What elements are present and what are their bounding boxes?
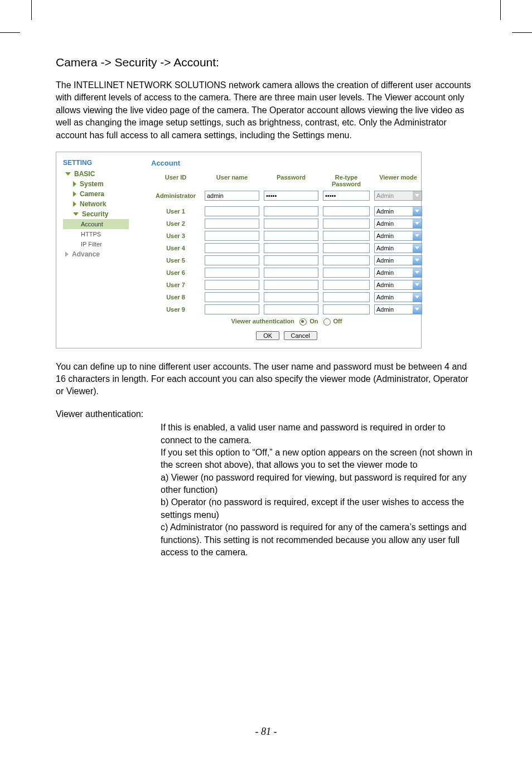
row-userid: User 9 <box>151 306 200 313</box>
sidebar-item-label: Security <box>82 210 108 218</box>
row-userid: User 8 <box>151 294 200 300</box>
row-userid: Administrator <box>151 192 200 199</box>
retype-input[interactable] <box>323 292 370 302</box>
retype-input[interactable] <box>323 191 370 201</box>
viewer-mode-select[interactable]: Admin <box>374 280 422 290</box>
retype-input[interactable] <box>323 206 370 216</box>
cancel-button[interactable]: Cancel <box>284 331 317 340</box>
cropmark <box>500 0 501 20</box>
sidebar-item-advance[interactable]: Advance <box>63 249 141 259</box>
sidebar-item-system[interactable]: System <box>63 179 141 189</box>
sidebar-item-network[interactable]: Network <box>63 199 141 209</box>
row-userid: User 7 <box>151 282 200 288</box>
table-header: User ID User name Password Re-type Passw… <box>151 174 422 187</box>
username-input[interactable] <box>205 191 259 201</box>
username-input[interactable] <box>205 206 259 216</box>
sidebar-item-label: Advance <box>72 250 100 258</box>
sidebar-item-camera[interactable]: Camera <box>63 189 141 199</box>
select-value: Admin <box>376 306 394 313</box>
username-input[interactable] <box>205 268 259 278</box>
table-row: User 7Admin <box>151 280 422 290</box>
intro-paragraph: The INTELLINET NETWORK SOLUTIONS network… <box>56 79 476 142</box>
retype-input[interactable] <box>323 268 370 278</box>
username-input[interactable] <box>205 243 259 253</box>
chevron-right-icon <box>73 181 76 187</box>
viewer-mode-select[interactable]: Admin <box>374 243 422 253</box>
chevron-down-icon <box>413 305 422 314</box>
col-viewermode: Viewer mode <box>374 174 422 187</box>
chevron-right-icon <box>73 191 76 197</box>
viewer-auth-desc: If you set this option to “Off,” a new o… <box>161 447 476 472</box>
sidebar-item-basic[interactable]: BASIC <box>63 169 141 179</box>
password-input[interactable] <box>264 280 318 290</box>
cropmark <box>0 32 20 33</box>
chevron-down-icon <box>413 256 422 265</box>
chevron-down-icon <box>413 207 422 216</box>
table-row: User 9Admin <box>151 304 422 314</box>
viewer-mode-select[interactable]: Admin <box>374 292 422 302</box>
retype-input[interactable] <box>323 243 370 253</box>
radio-on-label: On <box>309 318 318 324</box>
sidebar-item-ipfilter[interactable]: IP Filter <box>63 239 141 249</box>
password-input[interactable] <box>264 206 318 216</box>
username-input[interactable] <box>205 280 259 290</box>
password-input[interactable] <box>264 292 318 302</box>
viewer-mode-select[interactable]: Admin <box>374 304 422 314</box>
chevron-down-icon <box>413 231 422 240</box>
viewer-auth-label: Viewer authentication <box>231 318 295 324</box>
viewer-mode-select[interactable]: Admin <box>374 268 422 278</box>
row-userid: User 3 <box>151 232 200 239</box>
select-value: Admin <box>376 282 394 288</box>
sidebar-item-https[interactable]: HTTPS <box>63 229 141 239</box>
password-input[interactable] <box>264 231 318 241</box>
chevron-right-icon <box>73 201 76 207</box>
ok-button[interactable]: OK <box>256 331 279 340</box>
username-input[interactable] <box>205 304 259 314</box>
select-value: Admin <box>376 208 394 215</box>
retype-input[interactable] <box>323 255 370 265</box>
row-userid: User 5 <box>151 257 200 264</box>
select-value: Admin <box>376 192 394 199</box>
table-row: User 5Admin <box>151 255 422 265</box>
password-input[interactable] <box>264 219 318 229</box>
username-input[interactable] <box>205 231 259 241</box>
sidebar-item-label: Camera <box>80 190 104 198</box>
select-value: Admin <box>376 220 394 227</box>
sidebar-item-security[interactable]: Security <box>63 209 141 219</box>
password-input[interactable] <box>264 268 318 278</box>
after-paragraph: You can define up to nine different user… <box>56 361 476 398</box>
username-input[interactable] <box>205 292 259 302</box>
viewer-mode-select[interactable]: Admin <box>374 231 422 241</box>
viewer-mode-select[interactable]: Admin <box>374 219 422 229</box>
chevron-down-icon <box>413 244 422 253</box>
viewer-mode-select[interactable]: Admin <box>374 255 422 265</box>
viewer-auth-row: Viewer authentication On Off <box>151 318 422 326</box>
select-value: Admin <box>376 257 394 264</box>
retype-input[interactable] <box>323 231 370 241</box>
retype-input[interactable] <box>323 280 370 290</box>
sidebar-item-label: Network <box>80 200 106 208</box>
retype-input[interactable] <box>323 219 370 229</box>
radio-on[interactable] <box>299 318 307 326</box>
settings-panel: SETTING BASIC System Camera Network Secu… <box>56 152 422 348</box>
password-input[interactable] <box>264 255 318 265</box>
chevron-down-icon <box>73 212 79 216</box>
radio-off[interactable] <box>323 318 331 326</box>
retype-input[interactable] <box>323 304 370 314</box>
password-input[interactable] <box>264 304 318 314</box>
row-userid: User 4 <box>151 245 200 251</box>
username-input[interactable] <box>205 255 259 265</box>
password-input[interactable] <box>264 243 318 253</box>
radio-off-label: Off <box>333 318 342 324</box>
viewer-auth-desc: a) Viewer (no password required for view… <box>161 472 476 497</box>
username-input[interactable] <box>205 219 259 229</box>
viewer-mode-select[interactable]: Admin <box>374 206 422 216</box>
col-password: Password <box>264 174 318 187</box>
sidebar-item-account[interactable]: Account <box>63 219 129 229</box>
cropmark <box>512 32 532 33</box>
table-row: User 2Admin <box>151 219 422 229</box>
sidebar-item-label: BASIC <box>74 170 95 178</box>
select-value: Admin <box>376 294 394 300</box>
password-input[interactable] <box>264 191 318 201</box>
chevron-down-icon <box>413 219 422 228</box>
